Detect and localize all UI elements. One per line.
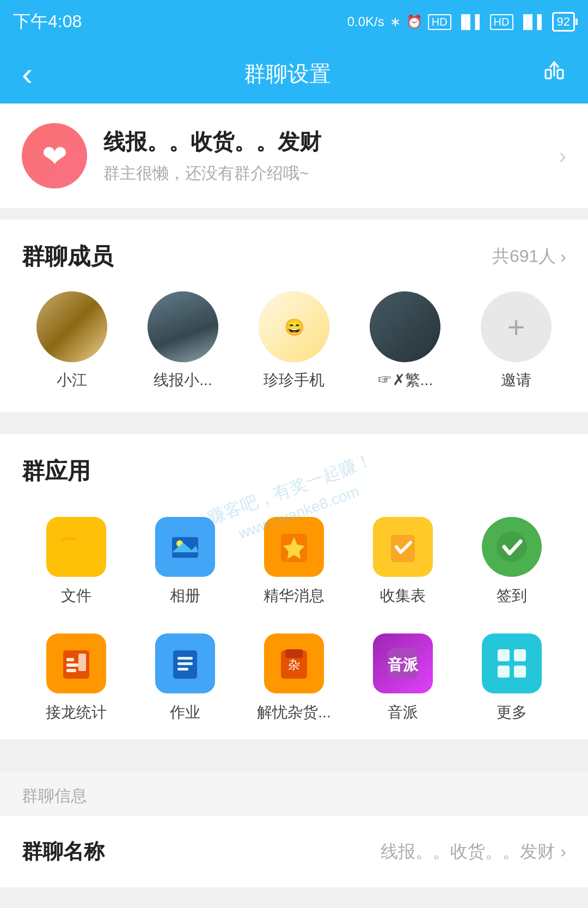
file-app-label: 文件 — [61, 586, 91, 606]
alarm-icon: ⏰ — [406, 14, 422, 29]
collect-app-icon — [373, 517, 433, 577]
group-name-row-label: 群聊名称 — [22, 838, 105, 866]
row-chevron-icon: › — [560, 842, 566, 862]
group-name-row[interactable]: 群聊名称 线报。。收货。。发财 › — [0, 816, 588, 888]
svg-text:音派: 音派 — [388, 656, 419, 673]
apps-section: 群应用 文件 相册 — [0, 434, 588, 739]
svg-rect-0 — [546, 70, 551, 78]
member-item[interactable]: 😄 珍珍手机 — [244, 291, 344, 391]
app-item-yinpai[interactable]: 音派 音派 — [348, 623, 457, 739]
group-name: 线报。。收货。。发财 — [103, 127, 543, 157]
jieyou-app-label: 解忧杂货... — [257, 702, 330, 723]
hd-icon: HD — [428, 14, 451, 30]
bluetooth-icon: ∗ — [390, 14, 401, 29]
member-avatar-xiaojiang — [36, 291, 107, 362]
app-item-file[interactable]: 文件 — [22, 506, 131, 623]
share-button[interactable] — [542, 59, 566, 88]
jieyou-app-icon: 杂 — [264, 633, 324, 693]
album-app-icon — [155, 517, 215, 577]
collect-app-label: 收集表 — [380, 586, 426, 606]
app-item-collect[interactable]: 收集表 — [348, 506, 457, 623]
svg-point-11 — [497, 532, 527, 562]
back-button[interactable]: ‹ — [22, 55, 33, 93]
more-app-label: 更多 — [497, 702, 527, 723]
svg-rect-20 — [177, 668, 188, 671]
svg-rect-16 — [78, 654, 86, 671]
members-title: 群聊成员 — [22, 241, 113, 272]
svg-text:杂: 杂 — [288, 658, 300, 672]
svg-rect-29 — [514, 666, 526, 678]
app-item-highlight[interactable]: 精华消息 — [240, 506, 348, 623]
invite-member-item[interactable]: + 邀请 — [466, 291, 566, 391]
svg-rect-18 — [177, 657, 193, 660]
car-avatar-image — [148, 291, 218, 362]
more-app-icon — [482, 633, 542, 693]
album-app-label: 相册 — [170, 586, 200, 606]
svg-rect-22 — [285, 649, 303, 658]
jielong-app-label: 接龙统计 — [46, 702, 107, 723]
homework-app-label: 作业 — [170, 702, 200, 723]
count-chevron-icon: › — [560, 247, 566, 267]
apps-title: 群应用 — [22, 456, 90, 486]
battery-indicator: 92 — [552, 12, 575, 32]
member-name-xiaojiang: 小江 — [57, 370, 87, 391]
yinpai-app-icon: 音派 — [373, 633, 433, 693]
svg-rect-1 — [558, 70, 563, 78]
members-grid: 小江 线报小... 😄 珍珍手机 ☞✗繁... — [22, 291, 566, 412]
members-section: 群聊成员 共691人 › 小江 线报小... 😄 — [0, 220, 588, 412]
svg-rect-15 — [66, 669, 76, 672]
divider-1 — [0, 209, 588, 220]
highlight-app-label: 精华消息 — [264, 586, 324, 606]
dog-avatar-image — [36, 291, 107, 362]
app-item-homework[interactable]: 作业 — [131, 623, 240, 739]
file-app-icon — [46, 517, 106, 577]
silhouette-avatar-image — [370, 291, 440, 362]
plus-icon: + — [507, 309, 525, 345]
apps-grid: 文件 相册 精华消息 — [22, 506, 566, 739]
svg-rect-5 — [61, 540, 91, 562]
group-name-row-value: 线报。。收货。。发财 › — [381, 840, 566, 864]
info-section-label: 群聊信息 — [0, 772, 588, 816]
heart-icon: ❤ — [42, 138, 68, 174]
app-item-more[interactable]: 更多 — [457, 623, 566, 739]
yinpai-app-label: 音派 — [388, 702, 418, 723]
divider-3 — [0, 750, 588, 761]
svg-rect-27 — [514, 649, 526, 661]
members-header: 群聊成员 共691人 › — [22, 241, 566, 272]
member-name-fan: ☞✗繁... — [377, 370, 433, 391]
chevron-right-icon: › — [559, 144, 566, 168]
homework-app-icon — [155, 633, 215, 693]
member-avatar-zhenzhen: 😄 — [259, 291, 329, 362]
jielong-app-icon — [46, 633, 106, 693]
page-title: 群聊设置 — [244, 59, 331, 89]
app-item-album[interactable]: 相册 — [131, 506, 240, 623]
signal-icon2: ▐▌▌ — [519, 14, 547, 29]
group-avatar: ❤ — [22, 123, 87, 188]
status-bar: 下午4:08 0.0K/s ∗ ⏰ HD ▐▌▌ HD ▐▌▌ 92 — [0, 0, 588, 44]
checkin-app-label: 签到 — [497, 586, 527, 606]
member-item[interactable]: 小江 — [22, 291, 122, 391]
divider-2 — [0, 412, 588, 423]
hd-icon2: HD — [490, 14, 513, 30]
invite-label: 邀请 — [501, 370, 531, 391]
group-info: 线报。。收货。。发财 群主很懒，还没有群介绍哦~ — [103, 127, 543, 185]
svg-rect-19 — [177, 662, 193, 665]
members-count[interactable]: 共691人 › — [492, 245, 566, 269]
member-item[interactable]: 线报小... — [133, 291, 233, 391]
group-header[interactable]: ❤ 线报。。收货。。发财 群主很懒，还没有群介绍哦~ › — [0, 103, 588, 209]
highlight-app-icon — [264, 517, 324, 577]
member-name-xianbao: 线报小... — [154, 370, 212, 391]
member-avatar-fan — [370, 291, 440, 362]
invite-button-avatar[interactable]: + — [481, 291, 552, 362]
app-item-jieyou[interactable]: 杂 解忧杂货... — [240, 623, 348, 739]
member-item[interactable]: ☞✗繁... — [355, 291, 455, 391]
svg-rect-13 — [66, 658, 74, 661]
app-item-jielong[interactable]: 接龙统计 — [22, 623, 131, 739]
svg-rect-14 — [66, 663, 78, 667]
apps-header: 群应用 — [22, 456, 566, 486]
nav-bar: ‹ 群聊设置 — [0, 44, 588, 103]
app-item-checkin[interactable]: 签到 — [457, 506, 566, 623]
group-description: 群主很懒，还没有群介绍哦~ — [103, 162, 543, 185]
signal-icon: ▐▌▌ — [457, 14, 485, 29]
svg-rect-28 — [498, 666, 510, 678]
